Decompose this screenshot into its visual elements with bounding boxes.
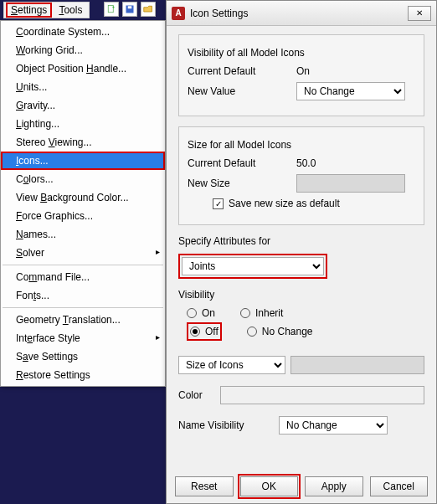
label-color: Color (178, 389, 220, 401)
menu-item-geometry-translation[interactable]: Geometry Translation... (1, 311, 165, 329)
label-name-visibility: Name Visibility (178, 419, 279, 431)
menu-item-names[interactable]: Names... (1, 225, 165, 244)
menu-item-units[interactable]: Units... (1, 78, 165, 96)
value-current-default-vis: On (296, 65, 372, 77)
menu-item-gravity[interactable]: Gravity... (1, 96, 165, 115)
radio-label-off: Off (205, 326, 218, 337)
select-new-value[interactable]: No Change (296, 82, 405, 100)
heading-size-all: Size for all Model Icons (188, 139, 415, 151)
menu-settings-rest: ettings (18, 4, 47, 16)
heading-visibility-all: Visibility of all Model Icons (188, 47, 415, 59)
section-size-all: Size for all Model Icons Current Default… (178, 126, 424, 225)
input-new-size[interactable] (296, 174, 405, 193)
icon-settings-dialog: A Icon Settings ✕ Visibility of all Mode… (166, 0, 437, 504)
reset-button[interactable]: Reset (175, 476, 234, 496)
menu-item-coordinate-system[interactable]: Coordinate System... (1, 23, 165, 41)
menu-item-save-settings[interactable]: Save Settings (1, 347, 165, 366)
menu-item-solver[interactable]: Solver (1, 244, 165, 262)
close-button[interactable]: ✕ (408, 6, 431, 21)
menubar: Settings Tools (3, 2, 90, 18)
section-visibility-all: Visibility of all Model Icons Current De… (178, 34, 424, 116)
dialog-titlebar: A Icon Settings ✕ (167, 1, 436, 26)
radio-icon (187, 308, 197, 318)
label-specify-attributes: Specify Attributes for (178, 235, 424, 247)
radio-icon (190, 327, 200, 337)
select-size-of-icons[interactable]: Size of Icons (178, 356, 285, 374)
checkbox-save-new-size[interactable]: ✓ Save new size as default (213, 198, 340, 209)
open-icon[interactable] (141, 2, 156, 17)
menu-separator (3, 307, 163, 308)
menu-item-colors[interactable]: Colors... (1, 170, 165, 188)
menu-tools-rest: ools (64, 4, 82, 16)
radio-on[interactable]: On (187, 307, 215, 319)
svg-text:+: + (112, 4, 116, 9)
menu-item-object-position-handle[interactable]: Object Position Handle... (1, 59, 165, 78)
toolbar: + (104, 2, 156, 17)
cancel-button[interactable]: Cancel (370, 476, 429, 496)
menu-item-stereo-viewing[interactable]: Stereo Viewing... (1, 133, 165, 152)
radio-label-on: On (202, 307, 215, 319)
menu-item-view-background-color[interactable]: View Background Color... (1, 188, 165, 207)
input-size-of-icons[interactable] (290, 356, 424, 374)
label-save-new-size: Save new size as default (229, 198, 340, 209)
dialog-body: Visibility of all Model Icons Current De… (167, 26, 436, 448)
dialog-title: Icon Settings (190, 8, 248, 19)
settings-dropdown: Coordinate System... Working Grid... Obj… (0, 20, 166, 387)
menu-item-force-graphics[interactable]: Force Graphics... (1, 207, 165, 225)
highlight-off: Off (187, 322, 222, 341)
check-icon: ✓ (213, 198, 224, 209)
menu-item-restore-settings[interactable]: Restore Settings (1, 366, 165, 384)
app-icon: A (172, 7, 185, 20)
radio-label-nochange: No Change (262, 326, 313, 337)
select-specify-attributes[interactable]: Joints (182, 257, 324, 275)
save-icon[interactable] (122, 2, 137, 17)
section-specify-attributes: Specify Attributes for Joints Visibility… (178, 235, 424, 435)
label-current-default-vis: Current Default (188, 65, 296, 77)
menu-item-lighting[interactable]: Lighting... (1, 115, 165, 133)
radio-icon (247, 327, 257, 337)
menu-separator (3, 265, 163, 265)
menu-item-working-grid[interactable]: Working Grid... (1, 41, 165, 59)
select-name-visibility[interactable]: No Change (279, 416, 388, 435)
menu-item-interface-style[interactable]: Interface Style (1, 329, 165, 347)
radio-off[interactable]: Off (190, 326, 218, 337)
apply-button[interactable]: Apply (305, 476, 363, 496)
label-new-value: New Value (188, 85, 296, 97)
menu-item-icons[interactable]: Icons... (1, 152, 165, 170)
menu-settings[interactable]: Settings (6, 3, 52, 18)
radio-inherit[interactable]: Inherit (240, 307, 283, 319)
color-field[interactable] (220, 386, 424, 404)
menu-tools[interactable]: Tools (54, 3, 87, 18)
menu-item-command-file[interactable]: Command File... (1, 268, 165, 286)
ok-button[interactable]: OK (240, 476, 299, 496)
value-current-default-size: 50.0 (296, 157, 372, 169)
label-new-size: New Size (188, 177, 296, 189)
dialog-button-row: Reset OK Apply Cancel (175, 476, 428, 496)
radio-no-change[interactable]: No Change (247, 322, 313, 341)
new-file-icon[interactable]: + (104, 2, 119, 17)
label-current-default-size: Current Default (188, 157, 296, 169)
menu-item-fonts[interactable]: Fonts... (1, 286, 165, 305)
radio-icon (240, 308, 250, 318)
radio-label-inherit: Inherit (255, 307, 283, 319)
svg-rect-3 (128, 6, 132, 8)
label-visibility: Visibility (178, 289, 424, 301)
highlight-spec-attr: Joints (178, 254, 327, 279)
